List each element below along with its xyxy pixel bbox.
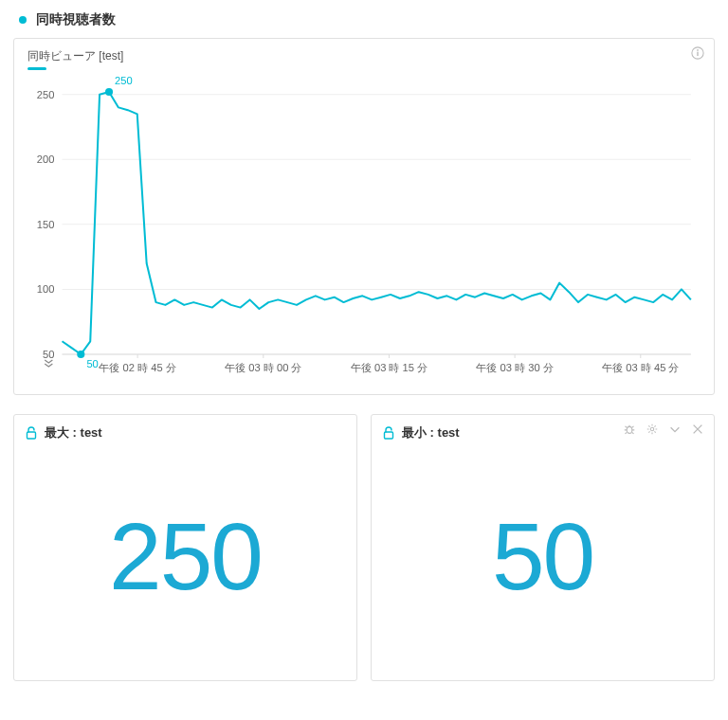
lock-open-icon [26,426,37,440]
svg-text:午後 03 時 45 分: 午後 03 時 45 分 [602,362,679,373]
panel-title-text: 同時視聴者数 [36,11,116,28]
info-icon[interactable] [691,46,704,60]
svg-point-30 [627,426,632,433]
stat-controls [623,423,704,436]
lock-open-icon [383,426,394,440]
svg-text:午後 03 時 15 分: 午後 03 時 15 分 [351,362,428,373]
svg-text:150: 150 [37,219,55,230]
chart-plot-area: 50100150200250午後 02 時 45 分午後 03 時 00 分午後… [27,74,701,387]
svg-rect-2 [697,52,698,56]
svg-rect-28 [27,432,36,439]
legend-swatch-icon [27,67,46,70]
svg-point-24 [105,88,113,96]
panel-title: 同時視聴者数 [13,11,715,28]
svg-point-31 [650,427,654,431]
bug-icon[interactable] [623,423,636,436]
svg-text:午後 03 時 00 分: 午後 03 時 00 分 [225,362,301,373]
chart-legend: 同時ビューア [test] [27,48,701,70]
stat-head-max: 最大 : test [14,415,356,451]
stat-card-min: 最小 : test 50 [371,414,715,681]
stat-body-max: 250 [14,451,356,680]
svg-text:250: 250 [115,75,133,86]
svg-rect-29 [385,432,393,439]
legend-label: 同時ビューア [test] [27,49,123,63]
stat-title-max: 最大 : test [45,424,102,441]
svg-text:100: 100 [37,283,55,295]
stat-value-min: 50 [492,509,593,603]
chevron-down-icon[interactable] [668,423,682,436]
series-dot-icon [19,16,27,24]
svg-text:50: 50 [86,358,98,369]
svg-text:午後 03 時 30 分: 午後 03 時 30 分 [476,362,553,373]
stat-title-min: 最小 : test [402,424,460,441]
stat-card-max: 最大 : test 250 [13,414,357,681]
svg-text:50: 50 [43,349,54,360]
gear-icon[interactable] [646,423,659,436]
stat-value-max: 250 [109,509,262,603]
chart-svg: 50100150200250午後 02 時 45 分午後 03 時 00 分午後… [27,74,701,387]
svg-text:午後 02 時 45 分: 午後 02 時 45 分 [99,362,175,373]
stats-row: 最大 : test 250 最小 : test [13,414,715,681]
svg-text:200: 200 [37,153,55,165]
chart-card: 同時ビューア [test] 50100150200250午後 02 時 45 分… [13,38,715,395]
svg-point-26 [77,351,84,358]
svg-point-1 [697,49,699,51]
close-icon[interactable] [691,423,704,436]
stat-body-min: 50 [372,451,714,680]
svg-text:250: 250 [37,89,55,100]
